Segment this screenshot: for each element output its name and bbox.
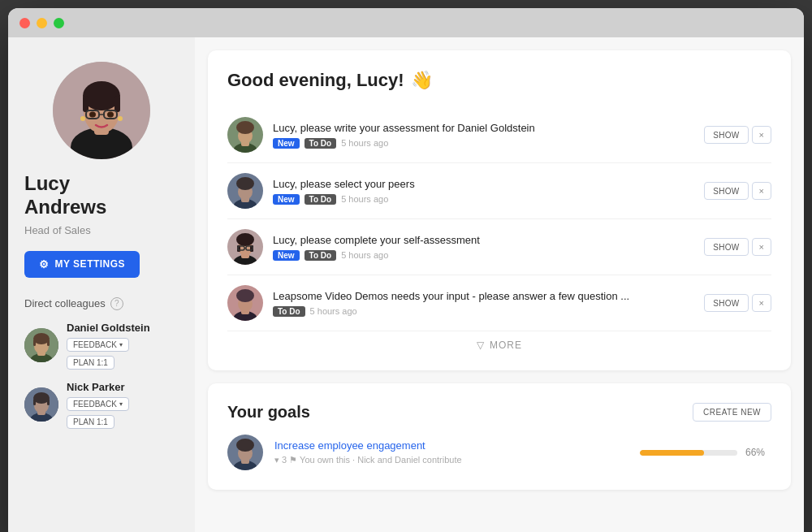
notif-actions: SHOW ×: [704, 294, 771, 312]
gear-icon: ⚙: [39, 258, 50, 270]
show-button[interactable]: SHOW: [704, 238, 748, 256]
goal-progress-wrap: 66%: [640, 447, 771, 458]
notif-meta: New To Do 5 hours ago: [273, 194, 694, 205]
more-label: MORE: [490, 340, 522, 351]
minimize-dot[interactable]: [37, 18, 47, 28]
notif-actions: SHOW ×: [704, 126, 771, 144]
colleague-info-nick: Nick Parker FEEDBACK ▾ PLAN 1:1: [67, 381, 179, 429]
notif-text: Lucy, please select your peers: [273, 178, 694, 190]
tag-new: New: [273, 250, 300, 261]
tag-todo: To Do: [304, 250, 337, 261]
notif-time: 5 hours ago: [341, 138, 388, 148]
svg-rect-20: [33, 340, 36, 346]
notif-body-4: Leapsome Video Demos needs your input - …: [273, 290, 694, 317]
chevron-down-icon: ▽: [477, 340, 485, 351]
svg-rect-21: [47, 340, 50, 346]
tag-new: New: [273, 138, 300, 149]
notif-avatar-2: [227, 173, 263, 209]
colleague-item: Daniel Goldstein FEEDBACK ▾ PLAN 1:1: [24, 322, 179, 370]
notif-avatar-3: [227, 229, 263, 265]
colleague-info-daniel: Daniel Goldstein FEEDBACK ▾ PLAN 1:1: [67, 322, 179, 370]
colleagues-header: Direct colleagues ?: [24, 297, 123, 310]
goal-title[interactable]: Increase employee engagement: [274, 439, 628, 452]
notif-body-1: Lucy, please write your assessment for D…: [273, 122, 694, 149]
notif-body-3: Lucy, please complete your self-assessme…: [273, 234, 694, 261]
svg-rect-6: [83, 96, 89, 112]
goals-title: Your goals: [227, 403, 310, 422]
greeting: Good evening, Lucy! 👋: [227, 70, 771, 91]
greeting-emoji: 👋: [411, 70, 433, 91]
svg-point-38: [236, 177, 254, 190]
close-button[interactable]: ×: [752, 126, 771, 144]
colleague-avatar-daniel: [24, 328, 58, 362]
svg-point-12: [107, 112, 114, 118]
colleague-badges: FEEDBACK ▾ PLAN 1:1: [67, 338, 179, 370]
main-content: Good evening, Lucy! 👋: [195, 37, 804, 532]
notif-meta: New To Do 5 hours ago: [273, 250, 694, 261]
notif-text: Lucy, please write your assessment for D…: [273, 122, 694, 134]
notif-actions: SHOW ×: [704, 182, 771, 200]
notif-time: 5 hours ago: [341, 194, 388, 204]
zoom-dot[interactable]: [54, 18, 64, 28]
svg-point-33: [236, 121, 254, 134]
tag-new: New: [273, 194, 300, 205]
progress-bar-background: [640, 450, 737, 456]
svg-rect-27: [33, 399, 36, 405]
colleague-avatar-nick: [24, 387, 58, 422]
notifications-card: Good evening, Lucy! 👋: [208, 50, 791, 370]
colleague-item: Nick Parker FEEDBACK ▾ PLAN 1:1: [24, 381, 179, 429]
feedback-badge-daniel[interactable]: FEEDBACK ▾: [67, 338, 129, 352]
settings-label: MY SETTINGS: [55, 258, 126, 270]
notif-actions: SHOW ×: [704, 238, 771, 256]
close-dot[interactable]: [19, 18, 30, 28]
plan11-badge-nick[interactable]: PLAN 1:1: [67, 415, 114, 429]
user-avatar: [53, 62, 150, 159]
user-role: Head of Sales: [24, 224, 91, 236]
more-button[interactable]: ▽ MORE: [227, 340, 771, 351]
svg-point-58: [236, 439, 254, 452]
create-new-button[interactable]: CREATE NEW: [693, 403, 771, 422]
goal-info: Increase employee engagement ▾ 3 ⚑ You o…: [274, 439, 628, 465]
tag-todo: To Do: [304, 194, 337, 205]
settings-button[interactable]: ⚙ MY SETTINGS: [24, 251, 140, 278]
goal-meta: ▾ 3 ⚑ You own this · Nick and Daniel con…: [274, 455, 628, 465]
svg-point-14: [118, 116, 123, 121]
show-button[interactable]: SHOW: [704, 126, 748, 144]
show-button[interactable]: SHOW: [704, 294, 748, 312]
close-button[interactable]: ×: [752, 238, 771, 256]
close-button[interactable]: ×: [752, 182, 771, 200]
colleague-badges: FEEDBACK ▾ PLAN 1:1: [67, 397, 179, 429]
notification-item: Leapsome Video Demos needs your input - …: [227, 275, 771, 331]
svg-rect-7: [114, 96, 120, 112]
notif-text: Lucy, please complete your self-assessme…: [273, 234, 694, 246]
svg-point-13: [80, 116, 85, 121]
notification-item: Lucy, please complete your self-assessme…: [227, 219, 771, 275]
notif-body-2: Lucy, please select your peers New To Do…: [273, 178, 694, 205]
feedback-badge-nick[interactable]: FEEDBACK ▾: [67, 397, 129, 411]
tag-todo: To Do: [273, 306, 305, 317]
goal-item: Increase employee engagement ▾ 3 ⚑ You o…: [227, 435, 771, 470]
notif-avatar-4: [227, 285, 263, 321]
svg-point-11: [89, 112, 96, 118]
notification-item: Lucy, please write your assessment for D…: [227, 107, 771, 163]
svg-point-53: [236, 289, 254, 302]
notif-time: 5 hours ago: [341, 250, 388, 260]
close-button[interactable]: ×: [752, 294, 771, 312]
notif-meta: To Do 5 hours ago: [273, 306, 694, 317]
main-layout: Lucy Andrews Head of Sales ⚙ MY SETTINGS…: [8, 37, 804, 532]
notification-item: Lucy, please select your peers New To Do…: [227, 163, 771, 219]
show-button[interactable]: SHOW: [704, 182, 748, 200]
help-icon[interactable]: ?: [110, 297, 123, 310]
titlebar: [8, 8, 804, 37]
colleague-name: Nick Parker: [67, 381, 179, 393]
app-window: Lucy Andrews Head of Sales ⚙ MY SETTINGS…: [8, 8, 804, 532]
colleagues-label: Direct colleagues: [24, 297, 106, 309]
goals-header: Your goals CREATE NEW: [227, 403, 771, 422]
colleague-name: Daniel Goldstein: [67, 322, 179, 334]
goals-card: Your goals CREATE NEW Incr: [208, 383, 791, 490]
sidebar: Lucy Andrews Head of Sales ⚙ MY SETTINGS…: [8, 37, 195, 532]
notif-meta: New To Do 5 hours ago: [273, 138, 694, 149]
plan11-badge-daniel[interactable]: PLAN 1:1: [67, 356, 114, 370]
notif-avatar-1: [227, 117, 263, 153]
notif-time: 5 hours ago: [310, 306, 357, 316]
